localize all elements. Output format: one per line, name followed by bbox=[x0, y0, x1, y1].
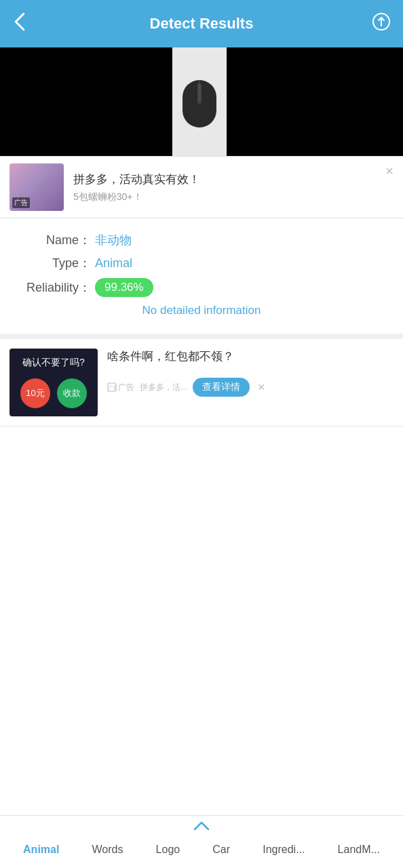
ad2-thumb-title: 确认不要了吗? bbox=[22, 357, 85, 369]
name-label: Name： bbox=[16, 232, 91, 248]
reliability-row: Reliability： 99.36% bbox=[16, 278, 387, 297]
ad1-close-button[interactable]: × bbox=[385, 163, 394, 179]
back-button[interactable] bbox=[12, 12, 27, 37]
ad-banner-2[interactable]: 确认不要了吗? 10元 收款 啥条件啊，红包都不领？ 广告 广告 拼多多，活..… bbox=[0, 339, 403, 427]
tab-car[interactable]: Car bbox=[207, 841, 235, 859]
ad2-source: 拼多多，活... bbox=[140, 382, 187, 393]
ad2-btn-green: 收款 bbox=[57, 378, 87, 408]
main-content-area bbox=[0, 427, 403, 752]
tab-logo[interactable]: Logo bbox=[151, 841, 186, 859]
ad2-btn-red: 10元 bbox=[20, 378, 50, 408]
ad2-title: 啥条件啊，红包都不领？ bbox=[107, 349, 394, 364]
ad1-thumbnail: 广告 bbox=[9, 163, 64, 211]
bottom-nav-up-arrow[interactable] bbox=[0, 816, 403, 837]
ad2-footer: 广告 广告 拼多多，活... 查看详情 × bbox=[107, 378, 394, 397]
ad2-logo-icon: 广告 bbox=[107, 382, 117, 392]
tab-words[interactable]: Words bbox=[87, 841, 129, 859]
tab-animal[interactable]: Animal bbox=[18, 841, 64, 859]
ad2-buttons: 10元 收款 bbox=[20, 378, 87, 408]
name-value: 非动物 bbox=[95, 232, 132, 248]
results-section: Name： 非动物 Type： Animal Reliability： 99.3… bbox=[0, 218, 403, 334]
type-row: Type： Animal bbox=[16, 255, 387, 271]
reliability-badge: 99.36% bbox=[95, 278, 153, 297]
section-divider bbox=[0, 334, 403, 339]
ad1-subtitle: 5包螺蛳粉30+！ bbox=[73, 191, 394, 203]
ad2-logo-text-label: 广告 bbox=[118, 382, 134, 393]
ad2-close-button[interactable]: × bbox=[258, 380, 265, 395]
bottom-navigation: Animal Words Logo Car Ingredi... LandM..… bbox=[0, 815, 403, 868]
tab-landmark[interactable]: LandM... bbox=[332, 841, 385, 859]
ad2-detail-button[interactable]: 查看详情 bbox=[193, 378, 250, 397]
ad2-content: 啥条件啊，红包都不领？ 广告 广告 拼多多，活... 查看详情 × bbox=[98, 349, 394, 397]
reliability-label: Reliability： bbox=[16, 279, 91, 296]
tab-ingredients[interactable]: Ingredi... bbox=[257, 841, 310, 859]
no-detail-text: No detailed information bbox=[16, 304, 387, 317]
ad1-title: 拼多多，活动真实有效！ bbox=[73, 172, 394, 187]
share-button[interactable] bbox=[372, 12, 391, 35]
ad1-content: 拼多多，活动真实有效！ 5包螺蛳粉30+！ bbox=[64, 172, 394, 203]
page-title: Detect Results bbox=[150, 15, 254, 33]
ad-banner-1[interactable]: 广告 拼多多，活动真实有效！ 5包螺蛳粉30+！ × bbox=[0, 156, 403, 218]
header: Detect Results bbox=[0, 0, 403, 47]
detected-image-area bbox=[0, 47, 403, 156]
type-value: Animal bbox=[95, 256, 132, 271]
type-label: Type： bbox=[16, 255, 91, 271]
mouse-icon bbox=[179, 73, 220, 131]
bottom-nav-tabs: Animal Words Logo Car Ingredi... LandM..… bbox=[0, 837, 403, 868]
ad2-logo: 广告 广告 bbox=[107, 382, 134, 393]
name-row: Name： 非动物 bbox=[16, 232, 387, 248]
svg-text:广告: 广告 bbox=[109, 385, 117, 390]
ad2-thumbnail: 确认不要了吗? 10元 收款 bbox=[9, 349, 98, 416]
detected-object-mouse bbox=[172, 47, 227, 156]
ad1-tag: 广告 bbox=[12, 197, 30, 208]
up-arrow-icon[interactable] bbox=[192, 820, 211, 835]
